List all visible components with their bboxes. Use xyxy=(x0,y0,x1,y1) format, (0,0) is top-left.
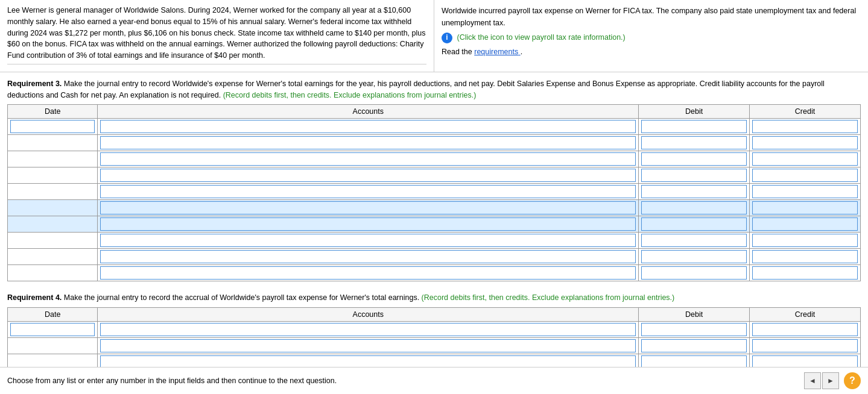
accounts-cell-3-7 xyxy=(98,216,639,233)
debit-input-3-9[interactable] xyxy=(641,250,747,263)
requirement-4-text: Requirement 4. Make the journal entry to… xyxy=(7,286,861,307)
debit-cell-3-3 xyxy=(639,151,750,167)
debit-input-4-1[interactable] xyxy=(641,323,747,336)
read-text: Read the xyxy=(442,48,474,56)
credit-input-3-10[interactable] xyxy=(752,266,858,280)
debit-input-3-10[interactable] xyxy=(641,266,747,280)
credit-input-3-8[interactable] xyxy=(752,234,858,247)
accounts-input-3-6[interactable] xyxy=(100,201,636,214)
credit-cell-3-7 xyxy=(750,216,861,233)
debit-input-3-2[interactable] xyxy=(641,136,747,149)
req3-label: Requirement 3. xyxy=(7,80,62,88)
credit-input-4-2[interactable] xyxy=(752,339,858,352)
read-end: . xyxy=(521,48,522,56)
credit-cell-3-8 xyxy=(750,233,861,249)
req4-instruction: (Record debits first, then credits. Excl… xyxy=(422,293,675,302)
table-row xyxy=(8,338,861,354)
date-input-4-1[interactable] xyxy=(10,323,95,336)
accounts-input-3-7[interactable] xyxy=(100,217,636,231)
credit-cell-3-1 xyxy=(750,119,861,135)
debit-input-3-3[interactable] xyxy=(641,152,747,166)
nav-next-button[interactable]: ► xyxy=(822,372,839,389)
debit-input-3-6[interactable] xyxy=(641,201,747,214)
credit-input-3-3[interactable] xyxy=(752,152,858,166)
credit-cell-3-9 xyxy=(750,249,861,265)
credit-input-3-4[interactable] xyxy=(752,169,858,182)
credit-cell-3-6 xyxy=(750,200,861,216)
req4-text: Make the journal entry to record the acc… xyxy=(64,293,419,302)
main-container: Lee Werner is general manager of Worldwi… xyxy=(0,0,868,394)
date-cell-3-7 xyxy=(8,216,98,233)
debit-cell-3-2 xyxy=(639,135,750,151)
debit-input-4-3[interactable] xyxy=(641,355,747,367)
credit-cell-4-1 xyxy=(750,322,861,338)
table-row xyxy=(8,265,861,281)
debit-cell-3-9 xyxy=(639,249,750,265)
date-cell-3-6 xyxy=(8,200,98,216)
debit-cell-3-6 xyxy=(639,200,750,216)
table-row xyxy=(8,135,861,151)
accounts-input-3-5[interactable] xyxy=(100,185,636,198)
accounts-cell-3-5 xyxy=(98,184,639,200)
journal-table-3: Date Accounts Debit Credit xyxy=(7,104,861,281)
credit-input-3-7[interactable] xyxy=(752,217,858,231)
debit-input-4-2[interactable] xyxy=(641,339,747,352)
accounts-input-3-2[interactable] xyxy=(100,136,636,149)
credit-input-3-5[interactable] xyxy=(752,185,858,198)
date-input-3-1[interactable] xyxy=(10,120,95,133)
context-right-main: Worldwide incurred payroll tax expense o… xyxy=(442,5,861,29)
bottom-bar-text: Choose from any list or enter any number… xyxy=(7,377,337,385)
debit-cell-4-3 xyxy=(639,354,750,367)
accounts-cell-3-4 xyxy=(98,167,639,184)
info-icon[interactable]: i xyxy=(442,33,452,43)
help-icon[interactable]: ? xyxy=(844,372,861,389)
credit-input-4-3[interactable] xyxy=(752,355,858,367)
debit-input-3-8[interactable] xyxy=(641,234,747,247)
date-cell-4-1 xyxy=(8,322,98,338)
debit-cell-3-1 xyxy=(639,119,750,135)
table-row xyxy=(8,184,861,200)
table-row xyxy=(8,354,861,367)
table3-header-debit: Debit xyxy=(639,105,750,119)
requirements-link[interactable]: requirements xyxy=(474,48,520,56)
top-section: Lee Werner is general manager of Worldwi… xyxy=(0,0,868,72)
credit-cell-3-2 xyxy=(750,135,861,151)
date-cell-3-1 xyxy=(8,119,98,135)
accounts-input-3-9[interactable] xyxy=(100,250,636,263)
click-info-text: (Click the icon to view payroll tax rate… xyxy=(457,33,625,42)
table3-header-credit: Credit xyxy=(750,105,861,119)
table3-header-accounts: Accounts xyxy=(98,105,639,119)
credit-cell-4-2 xyxy=(750,338,861,354)
bottom-bar: Choose from any list or enter any number… xyxy=(0,367,868,394)
credit-input-3-6[interactable] xyxy=(752,201,858,214)
table4-header-row: Date Accounts Debit Credit xyxy=(8,308,861,322)
credit-cell-3-3 xyxy=(750,151,861,167)
accounts-input-4-3[interactable] xyxy=(100,355,636,367)
accounts-input-3-10[interactable] xyxy=(100,266,636,280)
nav-prev-button[interactable]: ◄ xyxy=(804,372,821,389)
accounts-cell-3-1 xyxy=(98,119,639,135)
content-section: Requirement 3. Make the journal entry to… xyxy=(0,72,868,367)
accounts-input-4-2[interactable] xyxy=(100,339,636,352)
nav-buttons: ◄ ► xyxy=(804,372,839,389)
accounts-input-3-8[interactable] xyxy=(100,234,636,247)
table4-header-credit: Credit xyxy=(750,308,861,322)
debit-cell-4-1 xyxy=(639,322,750,338)
req4-label: Requirement 4. xyxy=(7,293,62,302)
debit-input-3-1[interactable] xyxy=(641,120,747,133)
table-row xyxy=(8,233,861,249)
accounts-input-3-1[interactable] xyxy=(100,120,636,133)
debit-input-3-5[interactable] xyxy=(641,185,747,198)
credit-cell-3-4 xyxy=(750,167,861,184)
credit-input-4-1[interactable] xyxy=(752,323,858,336)
accounts-input-3-4[interactable] xyxy=(100,169,636,182)
credit-input-3-2[interactable] xyxy=(752,136,858,149)
debit-input-3-4[interactable] xyxy=(641,169,747,182)
table3-header-date: Date xyxy=(8,105,98,119)
accounts-input-3-3[interactable] xyxy=(100,152,636,166)
credit-input-3-9[interactable] xyxy=(752,250,858,263)
debit-input-3-7[interactable] xyxy=(641,217,747,231)
date-cell-3-2 xyxy=(8,135,98,151)
credit-input-3-1[interactable] xyxy=(752,120,858,133)
accounts-input-4-1[interactable] xyxy=(100,323,636,336)
